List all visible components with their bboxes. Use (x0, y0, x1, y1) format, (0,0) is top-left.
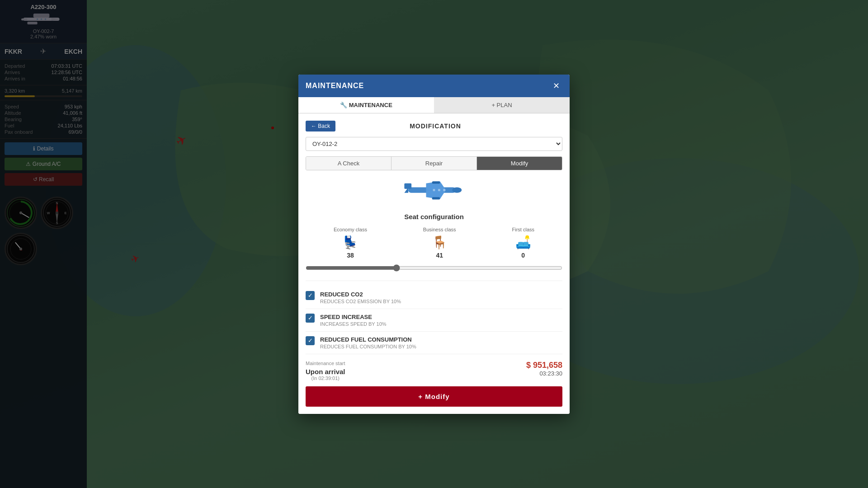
arrival-text: Upon arrival (306, 368, 345, 375)
mod-item-co2: ✓ REDUCED CO2 REDUCES CO2 EMISSION BY 10… (306, 286, 562, 309)
cost-time: 03:23:30 (526, 370, 562, 377)
mod-checkbox-fuel[interactable]: ✓ (306, 336, 315, 345)
economy-label: Economy class (334, 227, 367, 232)
tab-plan[interactable]: + PLAN (434, 97, 570, 113)
first-label: First class (512, 227, 535, 232)
mod-name-fuel: REDUCED FUEL CONSUMPTION (320, 336, 416, 343)
cost-section: Maintenance start Upon arrival (In 02:39… (306, 354, 562, 385)
economy-icon: 💺 (334, 235, 367, 250)
seat-config-title: Seat configuration (306, 213, 562, 221)
modal-tabs: 🔧 MAINTENANCE + PLAN (298, 97, 570, 113)
modal-overlay: MAINTENANCE ✕ 🔧 MAINTENANCE + PLAN ← Bac… (0, 0, 868, 488)
seat-classes: Economy class 💺 38 Business class 🪑 41 F… (306, 227, 562, 259)
in-time: (In 02:39:01) (306, 375, 345, 381)
tab-maintenance[interactable]: 🔧 MAINTENANCE (298, 97, 434, 113)
modal-header: MAINTENANCE ✕ (298, 75, 570, 97)
svg-point-38 (438, 188, 440, 191)
first-icon: 🛋️ (512, 235, 535, 250)
svg-point-39 (443, 188, 445, 191)
mod-desc-speed: INCREASES SPEED BY 10% (320, 321, 387, 327)
modal-title: MAINTENANCE (306, 82, 364, 90)
maintenance-start: Maintenance start Upon arrival (In 02:39… (306, 361, 345, 381)
back-bar: ← Back MODIFICATION (306, 121, 562, 131)
seat-range-input[interactable] (306, 264, 562, 272)
business-count: 41 (423, 252, 456, 259)
svg-point-37 (433, 188, 435, 191)
first-class: First class 🛋️ 0 (512, 227, 535, 259)
mod-desc-co2: REDUCES CO2 EMISSION BY 10% (320, 299, 401, 304)
back-button[interactable]: ← Back (306, 121, 335, 131)
cost-amount: $ 951,658 03:23:30 (526, 361, 562, 377)
svg-rect-33 (404, 183, 411, 188)
economy-count: 38 (334, 252, 367, 259)
modal-body: ← Back MODIFICATION OY-012-2 OY-002-7 A … (298, 113, 570, 414)
first-count: 0 (512, 252, 535, 259)
mod-item-speed: ✓ SPEED INCREASE INCREASES SPEED BY 10% (306, 309, 562, 332)
business-label: Business class (423, 227, 456, 232)
mod-desc-fuel: REDUCES FUEL CONSUMPTION BY 10% (320, 344, 416, 349)
plane-display (306, 177, 562, 206)
mod-name-speed: SPEED INCREASE (320, 314, 387, 320)
business-icon: 🪑 (423, 235, 456, 250)
maintenance-modal: MAINTENANCE ✕ 🔧 MAINTENANCE + PLAN ← Bac… (298, 75, 570, 414)
seat-slider[interactable] (306, 264, 562, 273)
sub-tab-modify[interactable]: Modify (477, 157, 562, 170)
sub-tabs: A Check Repair Modify (306, 156, 562, 170)
mod-checkbox-co2[interactable]: ✓ (306, 291, 315, 300)
svg-point-36 (452, 187, 462, 192)
modification-label: MODIFICATION (410, 122, 461, 130)
aircraft-select[interactable]: OY-012-2 OY-002-7 (306, 137, 562, 151)
mod-item-fuel: ✓ REDUCED FUEL CONSUMPTION REDUCES FUEL … (306, 332, 562, 354)
mod-name-co2: REDUCED CO2 (320, 291, 401, 298)
mod-checkbox-speed[interactable]: ✓ (306, 314, 315, 323)
sub-tab-acheck[interactable]: A Check (306, 157, 392, 170)
modify-button[interactable]: + Modify (306, 386, 562, 407)
svg-rect-41 (432, 181, 440, 183)
modifications-list: ✓ REDUCED CO2 REDUCES CO2 EMISSION BY 10… (306, 281, 562, 354)
economy-class: Economy class 💺 38 (334, 227, 367, 259)
business-class: Business class 🪑 41 (423, 227, 456, 259)
maintenance-start-label: Maintenance start (306, 361, 345, 366)
modal-close-button[interactable]: ✕ (550, 80, 562, 92)
cost-price: $ 951,658 (526, 361, 562, 370)
svg-rect-40 (432, 197, 440, 199)
plane-svg (402, 177, 466, 204)
sub-tab-repair[interactable]: Repair (392, 157, 477, 170)
